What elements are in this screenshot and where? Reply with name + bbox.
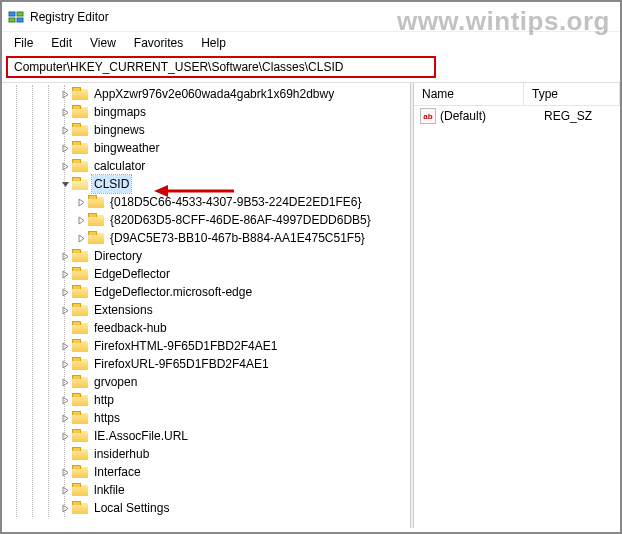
titlebar: Registry Editor [2, 2, 620, 32]
app-icon [8, 9, 24, 25]
chevron-right-icon[interactable] [74, 213, 88, 227]
folder-icon [72, 105, 88, 119]
folder-icon [72, 177, 88, 191]
tree-item[interactable]: FirefoxURL-9F65D1FBD2F4AE1 [2, 355, 410, 373]
chevron-right-icon[interactable] [74, 231, 88, 245]
chevron-right-icon[interactable] [58, 357, 72, 371]
folder-icon [72, 87, 88, 101]
folder-icon [72, 483, 88, 497]
chevron-right-icon[interactable] [58, 411, 72, 425]
menu-favorites[interactable]: Favorites [126, 34, 191, 52]
tree-item-label: Interface [92, 463, 143, 481]
folder-icon [72, 285, 88, 299]
tree-item[interactable]: insiderhub [2, 445, 410, 463]
folder-icon [72, 429, 88, 443]
value-row[interactable]: ab (Default) REG_SZ [414, 106, 620, 126]
chevron-right-icon[interactable] [58, 375, 72, 389]
tree-item[interactable]: http [2, 391, 410, 409]
tree-item-label: IE.AssocFile.URL [92, 427, 190, 445]
tree-item[interactable]: {018D5C66-4533-4307-9B53-224DE2ED1FE6} [2, 193, 410, 211]
chevron-right-icon[interactable] [58, 249, 72, 263]
values-pane[interactable]: Name Type ab (Default) REG_SZ [414, 83, 620, 528]
chevron-right-icon[interactable] [58, 141, 72, 155]
chevron-right-icon[interactable] [58, 501, 72, 515]
folder-icon [72, 411, 88, 425]
folder-icon [72, 393, 88, 407]
tree-item[interactable]: EdgeDeflector [2, 265, 410, 283]
tree-item[interactable]: https [2, 409, 410, 427]
menu-edit[interactable]: Edit [43, 34, 80, 52]
chevron-right-icon [58, 447, 72, 461]
menu-view[interactable]: View [82, 34, 124, 52]
tree-item[interactable]: {820D63D5-8CFF-46DE-86AF-4997DEDD6DB5} [2, 211, 410, 229]
tree-item[interactable]: Interface [2, 463, 410, 481]
chevron-right-icon[interactable] [58, 429, 72, 443]
tree-item-label: bingweather [92, 139, 161, 157]
tree-item-label: Directory [92, 247, 144, 265]
tree-item[interactable]: IE.AssocFile.URL [2, 427, 410, 445]
chevron-right-icon[interactable] [58, 393, 72, 407]
column-name[interactable]: Name [414, 83, 524, 105]
tree-item-label: insiderhub [92, 445, 151, 463]
chevron-right-icon[interactable] [58, 123, 72, 137]
value-type: REG_SZ [544, 109, 592, 123]
chevron-right-icon[interactable] [58, 303, 72, 317]
chevron-right-icon[interactable] [58, 465, 72, 479]
tree-item-label: bingnews [92, 121, 147, 139]
folder-icon [72, 357, 88, 371]
tree-item[interactable]: Extensions [2, 301, 410, 319]
chevron-right-icon[interactable] [58, 105, 72, 119]
menu-help[interactable]: Help [193, 34, 234, 52]
folder-icon [72, 501, 88, 515]
tree-item-label: EdgeDeflector [92, 265, 172, 283]
menubar: File Edit View Favorites Help [2, 32, 620, 54]
folder-icon [72, 249, 88, 263]
chevron-right-icon[interactable] [58, 285, 72, 299]
folder-icon [72, 321, 88, 335]
chevron-down-icon[interactable] [58, 177, 72, 191]
chevron-right-icon[interactable] [58, 339, 72, 353]
tree-item[interactable]: lnkfile [2, 481, 410, 499]
folder-icon [88, 231, 104, 245]
tree-item-label: Extensions [92, 301, 155, 319]
tree-item-label: {820D63D5-8CFF-46DE-86AF-4997DEDD6DB5} [108, 211, 373, 229]
tree-item[interactable]: Directory [2, 247, 410, 265]
folder-icon [72, 447, 88, 461]
tree-item[interactable]: feedback-hub [2, 319, 410, 337]
tree-item[interactable]: grvopen [2, 373, 410, 391]
tree-item-label: {D9AC5E73-BB10-467b-B884-AA1E475C51F5} [108, 229, 367, 247]
tree-item[interactable]: Local Settings [2, 499, 410, 517]
folder-icon [88, 213, 104, 227]
tree-item[interactable]: bingnews [2, 121, 410, 139]
tree-item[interactable]: AppXzwr976v2e060wada4gabrk1x69h2dbwy [2, 85, 410, 103]
column-type[interactable]: Type [524, 83, 620, 105]
chevron-right-icon[interactable] [58, 87, 72, 101]
tree-item[interactable]: calculator [2, 157, 410, 175]
content-area: AppXzwr976v2e060wada4gabrk1x69h2dbwybing… [2, 82, 620, 528]
tree-item-label: FirefoxHTML-9F65D1FBD2F4AE1 [92, 337, 279, 355]
chevron-right-icon[interactable] [58, 483, 72, 497]
tree-item[interactable]: {D9AC5E73-BB10-467b-B884-AA1E475C51F5} [2, 229, 410, 247]
tree-item[interactable]: CLSID [2, 175, 410, 193]
string-value-icon: ab [420, 108, 436, 124]
svg-rect-0 [9, 12, 15, 16]
tree-item[interactable]: bingweather [2, 139, 410, 157]
folder-icon [72, 465, 88, 479]
tree-item-label: feedback-hub [92, 319, 169, 337]
tree-item-label: grvopen [92, 373, 139, 391]
tree-item-label: {018D5C66-4533-4307-9B53-224DE2ED1FE6} [108, 193, 364, 211]
menu-file[interactable]: File [6, 34, 41, 52]
svg-rect-2 [9, 18, 15, 22]
tree-item[interactable]: EdgeDeflector.microsoft-edge [2, 283, 410, 301]
tree-item-label: EdgeDeflector.microsoft-edge [92, 283, 254, 301]
chevron-right-icon[interactable] [74, 195, 88, 209]
tree-pane[interactable]: AppXzwr976v2e060wada4gabrk1x69h2dbwybing… [2, 83, 410, 528]
tree-item[interactable]: FirefoxHTML-9F65D1FBD2F4AE1 [2, 337, 410, 355]
chevron-right-icon[interactable] [58, 159, 72, 173]
svg-rect-3 [17, 18, 23, 22]
tree-item[interactable]: bingmaps [2, 103, 410, 121]
chevron-right-icon[interactable] [58, 267, 72, 281]
tree-item-label: calculator [92, 157, 147, 175]
values-header: Name Type [414, 83, 620, 106]
address-bar[interactable]: Computer\HKEY_CURRENT_USER\Software\Clas… [6, 56, 436, 78]
